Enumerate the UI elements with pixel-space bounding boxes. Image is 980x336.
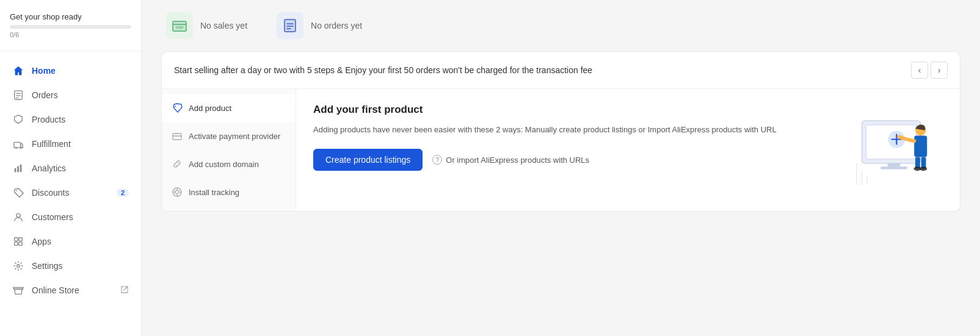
apps-icon [12,235,24,248]
sidebar-nav: Home Orders Products Fulfillment [0,56,141,336]
orders-icon-wrap [277,12,303,39]
step-tag-icon [172,102,183,113]
sales-icon-wrap [166,12,193,39]
sidebar-item-label-analytics: Analytics [32,163,66,173]
import-aliexpress-link[interactable]: ? Or import AliExpress products with URL… [432,155,589,165]
sidebar-item-home[interactable]: Home [0,59,141,83]
sales-stat: No sales yet [166,12,247,39]
setup-steps: Add product Activate payment provider Ad… [162,89,296,211]
svg-point-10 [16,190,17,191]
svg-rect-27 [173,134,181,140]
svg-rect-15 [19,242,22,245]
shop-ready-label: Get your shop ready [10,12,131,21]
sidebar-item-label-customers: Customers [32,212,73,222]
sidebar-item-label-orders: Orders [32,90,58,100]
svg-rect-12 [15,238,18,241]
step-label-payment: Activate payment provider [189,132,280,141]
setup-illustration [845,104,943,196]
sidebar-top: Get your shop ready 0/6 [0,0,141,46]
step-item-add-product[interactable]: Add product [162,94,296,122]
step-card-icon [172,130,183,141]
svg-rect-21 [285,20,296,32]
svg-rect-13 [19,238,22,241]
step-item-payment[interactable]: Activate payment provider [162,122,296,150]
setup-detail-desc: Adding products have never been easier w… [313,123,833,137]
setup-card-nav: ‹ › [911,62,948,79]
sales-icon [172,18,187,34]
setup-card-title: Start selling after a day or two with 5 … [174,64,592,77]
settings-icon [12,260,24,272]
setup-card-header: Start selling after a day or two with 5 … [162,52,960,89]
sidebar-item-fulfillment[interactable]: Fulfillment [0,132,141,156]
discounts-badge: 2 [117,188,129,197]
sidebar-item-discounts[interactable]: Discounts 2 [0,181,141,205]
next-arrow-button[interactable]: › [931,62,948,79]
setup-body: Add product Activate payment provider Ad… [162,89,960,211]
svg-rect-41 [880,166,907,169]
sidebar-item-label-apps: Apps [32,237,51,246]
sidebar-item-apps[interactable]: Apps [0,229,141,254]
stats-bar: No sales yet No orders yet [142,0,980,51]
store-icon [12,284,24,296]
customers-icon [12,211,24,223]
sidebar-divider [0,51,141,51]
svg-point-30 [175,190,179,194]
analytics-icon [12,162,24,174]
progress-bar-wrap [10,25,131,29]
orders-stat: No orders yet [277,12,362,39]
import-link-label: Or import AliExpress products with URLs [446,155,589,165]
sidebar-item-customers[interactable]: Customers [0,205,141,229]
orders-icon [12,89,24,101]
svg-point-26 [175,106,176,107]
help-icon: ? [432,155,442,165]
sidebar: Get your shop ready 0/6 Home Orders Prod [0,0,142,336]
svg-point-47 [920,166,927,171]
home-icon [12,65,24,77]
progress-text: 0/6 [10,31,131,38]
sidebar-item-label-products: Products [32,115,65,124]
svg-rect-14 [15,242,18,245]
step-item-tracking[interactable]: Install tracking [162,178,296,206]
sidebar-item-label-home: Home [32,66,56,76]
sidebar-item-settings[interactable]: Settings [0,254,141,278]
main-content: No sales yet No orders yet Start selling… [142,0,980,336]
sidebar-item-label-online-store: Online Store [32,285,79,295]
discounts-icon [12,187,24,199]
svg-point-16 [17,265,20,268]
step-tracking-icon [172,187,183,198]
step-label-domain: Add custom domain [189,160,259,169]
no-sales-label: No sales yet [200,21,247,30]
setup-card: Start selling after a day or two with 5 … [161,51,960,212]
sidebar-item-online-store[interactable]: Online Store [0,278,141,302]
no-orders-label: No orders yet [311,21,362,30]
svg-rect-7 [15,168,16,172]
svg-rect-9 [20,165,22,173]
step-link-icon [172,159,183,170]
setup-detail: Add your first product Adding products h… [296,89,960,211]
svg-rect-4 [14,142,21,148]
svg-point-11 [16,213,20,217]
step-item-domain[interactable]: Add custom domain [162,150,296,178]
sidebar-item-label-discounts: Discounts [32,188,69,198]
svg-rect-8 [17,166,19,172]
sidebar-item-products[interactable]: Products [0,107,141,132]
svg-rect-20 [176,26,183,29]
products-icon [12,113,24,126]
step-label-tracking: Install tracking [189,188,239,197]
setup-detail-content: Add your first product Adding products h… [313,104,833,196]
product-illustration [851,107,937,193]
fulfillment-icon [12,138,24,150]
external-link-icon [120,285,129,296]
setup-detail-title: Add your first product [313,104,833,116]
sidebar-item-orders[interactable]: Orders [0,83,141,107]
step-label-add-product: Add product [189,104,231,113]
orders-stat-icon [282,18,298,34]
setup-detail-actions: Create product listings ? Or import AliE… [313,149,833,171]
sidebar-item-label-fulfillment: Fulfillment [32,139,71,149]
create-product-listings-button[interactable]: Create product listings [313,149,423,171]
svg-rect-40 [888,163,901,166]
sidebar-item-analytics[interactable]: Analytics [0,156,141,181]
svg-rect-43 [914,135,927,157]
prev-arrow-button[interactable]: ‹ [911,62,928,79]
sidebar-item-label-settings: Settings [32,261,63,271]
